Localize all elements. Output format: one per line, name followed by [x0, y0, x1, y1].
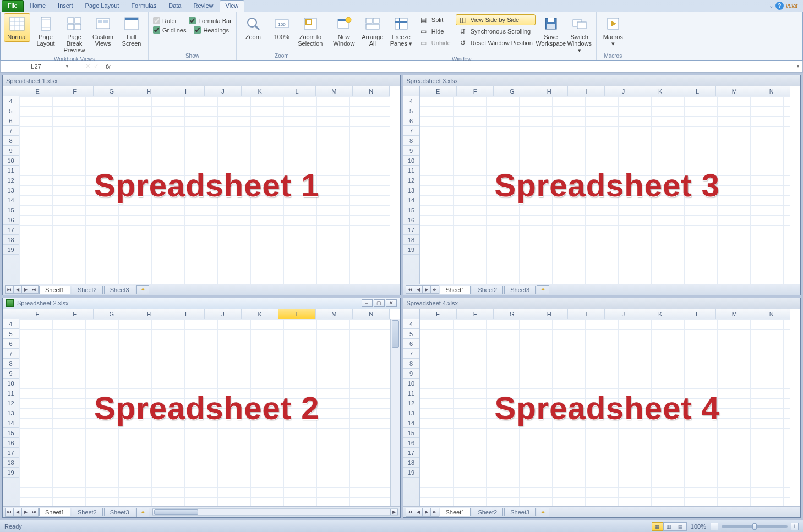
column-header[interactable]: F: [457, 309, 494, 319]
row-header[interactable]: 17: [403, 448, 419, 458]
doc-titlebar[interactable]: Spreadsheet 3.xlsx: [403, 75, 801, 86]
row-header[interactable]: 11: [403, 166, 419, 175]
first-sheet-button[interactable]: ⏮: [406, 285, 414, 294]
side-by-side-button[interactable]: ◫View Side by Side: [456, 14, 536, 25]
row-header[interactable]: 15: [403, 428, 419, 438]
row-header[interactable]: 6: [403, 116, 419, 126]
column-header[interactable]: M: [716, 309, 753, 319]
arrange-all-button[interactable]: Arrange All: [359, 13, 386, 48]
column-header[interactable]: H: [531, 309, 568, 319]
zoom-slider-thumb[interactable]: [752, 523, 757, 530]
row-header[interactable]: 13: [3, 408, 19, 418]
minimize-ribbon-icon[interactable]: ⌵: [770, 3, 773, 9]
ruler-checkbox[interactable]: Ruler: [152, 17, 178, 25]
select-all-corner[interactable]: [3, 86, 19, 96]
row-header[interactable]: 14: [403, 195, 419, 205]
spreadsheet-grid[interactable]: EFGHIJKLMN45678910111213141516171819Spre…: [403, 86, 801, 284]
doc-titlebar[interactable]: Spreadsheet 1.xlsx: [3, 75, 400, 86]
first-sheet-button[interactable]: ⏮: [5, 508, 14, 517]
freeze-panes-button[interactable]: Freeze Panes ▾: [388, 13, 414, 48]
scrollbar-thumb[interactable]: [154, 509, 198, 515]
row-header[interactable]: 11: [403, 388, 419, 398]
row-header[interactable]: 5: [3, 329, 19, 339]
column-header[interactable]: E: [420, 309, 457, 319]
row-header[interactable]: 19: [3, 468, 19, 478]
column-header[interactable]: E: [420, 86, 457, 96]
row-header[interactable]: 4: [403, 96, 419, 106]
sheet-tab[interactable]: Sheet3: [104, 508, 135, 516]
prev-sheet-button[interactable]: ◀: [13, 285, 22, 294]
tab-insert[interactable]: Insert: [52, 0, 79, 12]
row-header[interactable]: 17: [3, 225, 19, 235]
row-header[interactable]: 14: [3, 418, 19, 428]
row-header[interactable]: 7: [403, 349, 419, 359]
new-sheet-button[interactable]: ✦: [537, 508, 549, 517]
last-sheet-button[interactable]: ⏭: [30, 508, 39, 517]
row-header[interactable]: 19: [403, 245, 419, 255]
normal-shortcut-icon[interactable]: ▦: [652, 522, 664, 531]
column-header[interactable]: G: [94, 86, 130, 96]
name-box-dropdown-icon[interactable]: ▼: [65, 64, 69, 69]
last-sheet-button[interactable]: ⏭: [430, 508, 439, 517]
spreadsheet-grid[interactable]: EFGHIJKLMN45678910111213141516171819Spre…: [3, 86, 400, 284]
headings-checkbox[interactable]: Headings: [193, 26, 230, 34]
sheet-tab[interactable]: Sheet1: [39, 508, 70, 516]
next-sheet-button[interactable]: ▶: [422, 285, 431, 294]
select-all-corner[interactable]: [403, 86, 420, 96]
prev-sheet-button[interactable]: ◀: [414, 508, 423, 517]
reset-position-button[interactable]: ↺Reset Window Position: [456, 37, 536, 48]
column-header[interactable]: L: [278, 309, 315, 319]
column-header[interactable]: M: [316, 309, 353, 319]
save-workspace-button[interactable]: Save Workspace: [538, 13, 564, 48]
next-sheet-button[interactable]: ▶: [422, 508, 431, 517]
column-header[interactable]: H: [130, 86, 167, 96]
column-header[interactable]: K: [242, 86, 278, 96]
horizontal-scrollbar[interactable]: ◀▶: [152, 508, 398, 516]
column-header[interactable]: I: [568, 86, 605, 96]
sheet-tab[interactable]: Sheet2: [472, 286, 503, 294]
row-header[interactable]: 16: [403, 215, 419, 225]
row-header[interactable]: 18: [403, 235, 419, 245]
row-header[interactable]: 19: [3, 245, 19, 255]
column-header[interactable]: I: [568, 309, 605, 319]
row-header[interactable]: 9: [3, 369, 19, 379]
row-header[interactable]: 12: [3, 175, 19, 185]
column-header[interactable]: G: [494, 86, 531, 96]
hide-button[interactable]: ▭Hide: [417, 26, 454, 37]
tab-data[interactable]: Data: [162, 0, 187, 12]
spreadsheet-grid[interactable]: EFGHIJKLMN45678910111213141516171819Spre…: [3, 309, 400, 507]
column-header[interactable]: L: [679, 86, 716, 96]
sheet-tab[interactable]: Sheet2: [72, 508, 103, 516]
row-header[interactable]: 9: [3, 146, 19, 156]
row-header[interactable]: 19: [403, 468, 419, 478]
row-header[interactable]: 10: [403, 379, 419, 388]
help-icon[interactable]: ?: [775, 2, 784, 10]
zoom-in-button[interactable]: +: [791, 523, 799, 530]
row-header[interactable]: 13: [3, 185, 19, 195]
row-header[interactable]: 14: [403, 418, 419, 428]
row-header[interactable]: 17: [403, 225, 419, 235]
row-header[interactable]: 15: [403, 205, 419, 215]
last-sheet-button[interactable]: ⏭: [30, 285, 39, 294]
column-header[interactable]: K: [242, 309, 278, 319]
row-header[interactable]: 7: [3, 126, 19, 136]
row-header[interactable]: 5: [403, 329, 419, 339]
column-header[interactable]: F: [457, 86, 494, 96]
doc-titlebar[interactable]: Spreadsheet 2.xlsx–▢✕: [3, 298, 400, 309]
next-sheet-button[interactable]: ▶: [21, 285, 30, 294]
row-header[interactable]: 5: [403, 106, 419, 116]
column-header[interactable]: G: [494, 309, 531, 319]
zoom-selection-button[interactable]: Zoom to Selection: [297, 13, 324, 48]
row-header[interactable]: 9: [403, 369, 419, 379]
row-header[interactable]: 13: [403, 408, 419, 418]
row-header[interactable]: 4: [403, 319, 419, 329]
name-box[interactable]: L27 ▼: [1, 61, 72, 72]
full-screen-button[interactable]: Full Screen: [118, 13, 145, 48]
page-layout-button[interactable]: Page Layout: [32, 13, 59, 48]
split-button[interactable]: ▤Split: [417, 14, 454, 25]
column-header[interactable]: J: [205, 86, 242, 96]
column-header[interactable]: N: [753, 309, 790, 319]
row-header[interactable]: 10: [403, 156, 419, 166]
row-header[interactable]: 4: [3, 319, 19, 329]
row-header[interactable]: 12: [403, 398, 419, 408]
